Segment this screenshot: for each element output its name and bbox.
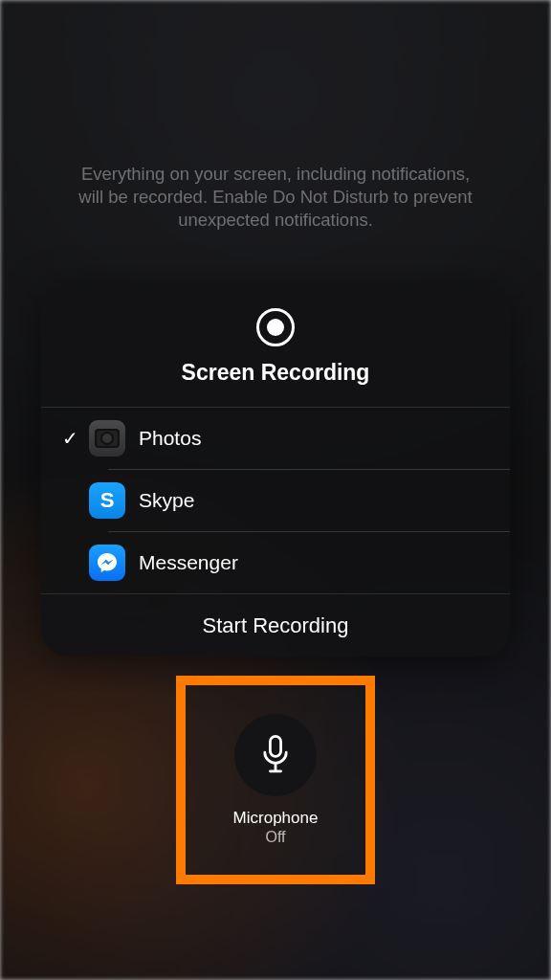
microphone-toggle-button[interactable]	[234, 714, 317, 796]
screen-recording-sheet: Everything on your screen, including not…	[0, 0, 551, 980]
svg-rect-0	[270, 736, 280, 756]
microphone-status: Off	[233, 828, 319, 847]
option-label: Messenger	[139, 551, 238, 574]
record-icon	[256, 308, 295, 346]
destination-option-messenger[interactable]: ✓ Messenger	[41, 532, 510, 593]
destination-option-photos[interactable]: ✓ Photos	[41, 408, 510, 469]
recording-info-text: Everything on your screen, including not…	[70, 163, 481, 232]
checkmark-icon: ✓	[56, 427, 83, 450]
messenger-app-icon	[89, 545, 125, 581]
microphone-icon	[259, 735, 292, 775]
option-label: Photos	[139, 427, 201, 450]
microphone-label: Microphone	[233, 808, 319, 828]
screen-recording-panel: Screen Recording ✓ Photos ✓ S Skype ✓ Me…	[41, 283, 510, 657]
photos-app-icon	[89, 420, 125, 457]
panel-header: Screen Recording	[41, 283, 510, 408]
microphone-label-block: Microphone Off	[233, 808, 319, 847]
skype-app-icon: S	[89, 482, 125, 519]
destination-option-skype[interactable]: ✓ S Skype	[41, 470, 510, 531]
start-recording-label: Start Recording	[203, 613, 349, 638]
option-label: Skype	[139, 489, 194, 512]
panel-title: Screen Recording	[182, 360, 370, 386]
annotation-highlight-box: Microphone Off	[176, 676, 375, 884]
start-recording-button[interactable]: Start Recording	[41, 593, 510, 657]
